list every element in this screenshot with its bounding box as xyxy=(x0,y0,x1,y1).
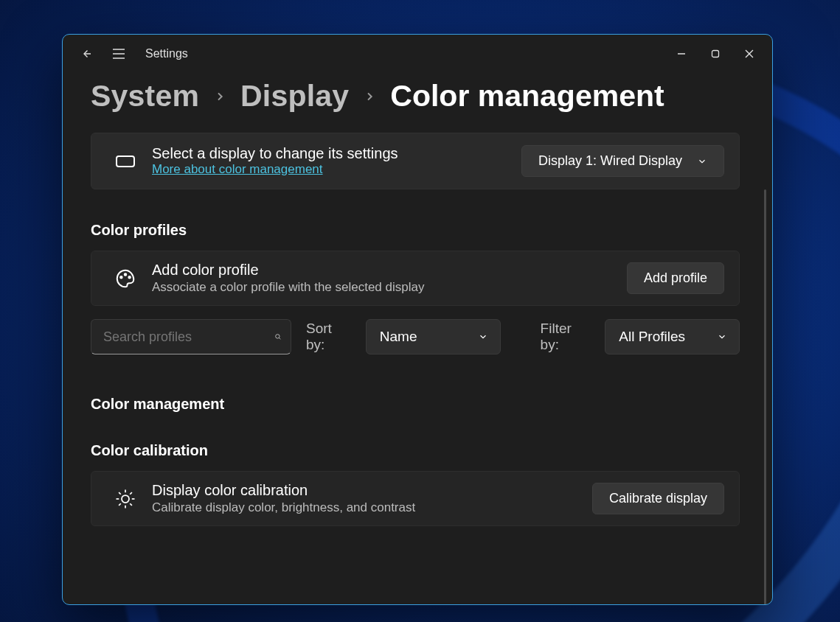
nav-menu-button[interactable] xyxy=(103,39,135,69)
palette-icon xyxy=(114,268,136,290)
arrow-left-icon xyxy=(80,47,93,60)
svg-line-12 xyxy=(279,338,280,339)
breadcrumb-current: Color management xyxy=(390,79,664,113)
svg-line-19 xyxy=(130,503,132,506)
chevron-down-icon xyxy=(478,332,488,342)
display-dropdown-value: Display 1: Wired Display xyxy=(538,153,682,169)
chevron-down-icon xyxy=(697,156,707,167)
chevron-right-icon xyxy=(364,89,375,104)
app-title: Settings xyxy=(145,47,188,60)
add-color-profile-card: Add color profile Associate a color prof… xyxy=(91,251,740,306)
calibration-title: Display color calibration xyxy=(152,482,592,499)
sort-by-value: Name xyxy=(380,329,417,345)
breadcrumb: System Display Color management xyxy=(91,79,740,113)
display-icon xyxy=(115,153,136,170)
hamburger-icon xyxy=(112,49,125,59)
display-selector-card: Select a display to change its settings … xyxy=(91,133,740,189)
back-button[interactable] xyxy=(70,39,103,69)
chevron-down-icon xyxy=(717,332,727,342)
svg-line-18 xyxy=(119,492,121,495)
calibrate-display-label: Calibrate display xyxy=(609,491,707,506)
display-card-title: Select a display to change its settings xyxy=(152,145,521,162)
color-calibration-heading: Color calibration xyxy=(91,442,740,459)
svg-point-9 xyxy=(125,273,127,276)
calibration-subtitle: Calibrate display color, brightness, and… xyxy=(152,500,592,515)
color-management-heading: Color management xyxy=(91,396,740,413)
content-area: System Display Color management Select a… xyxy=(63,73,772,604)
chevron-right-icon xyxy=(214,89,226,104)
titlebar: Settings xyxy=(63,35,772,73)
svg-rect-4 xyxy=(712,51,719,57)
breadcrumb-system[interactable]: System xyxy=(91,79,199,113)
sort-by-dropdown[interactable]: Name xyxy=(366,319,501,354)
add-profile-title: Add color profile xyxy=(152,262,627,279)
add-profile-button[interactable]: Add profile xyxy=(627,262,724,294)
sort-by-label: Sort by: xyxy=(306,321,351,353)
breadcrumb-display[interactable]: Display xyxy=(240,79,349,113)
svg-rect-7 xyxy=(117,156,134,167)
filter-by-value: All Profiles xyxy=(619,329,685,345)
add-profile-subtitle: Associate a color profile with the selec… xyxy=(152,280,627,295)
svg-point-13 xyxy=(122,495,129,503)
add-profile-button-label: Add profile xyxy=(644,270,707,286)
filter-by-dropdown[interactable]: All Profiles xyxy=(605,319,740,354)
filter-by-label: Filter by: xyxy=(541,321,591,353)
calibrate-display-button[interactable]: Calibrate display xyxy=(592,483,724,514)
svg-line-21 xyxy=(130,492,132,495)
maximize-button[interactable] xyxy=(698,39,732,69)
settings-window: Settings System Display Color management xyxy=(62,34,773,605)
svg-point-10 xyxy=(128,276,131,278)
svg-point-11 xyxy=(276,335,280,338)
maximize-icon xyxy=(711,49,720,58)
display-dropdown[interactable]: Display 1: Wired Display xyxy=(521,145,724,177)
vertical-scrollbar[interactable] xyxy=(764,189,766,604)
svg-point-8 xyxy=(120,276,122,278)
search-profiles-input[interactable] xyxy=(91,319,291,354)
minimize-button[interactable] xyxy=(664,39,698,69)
search-icon xyxy=(274,330,282,343)
svg-line-20 xyxy=(119,503,121,506)
display-calibration-card: Display color calibration Calibrate disp… xyxy=(91,471,740,526)
brightness-icon xyxy=(114,488,136,510)
close-icon xyxy=(745,49,754,58)
filters-row: Sort by: Name Filter by: All Profiles xyxy=(91,319,740,354)
minimize-icon xyxy=(677,49,686,58)
color-profiles-heading: Color profiles xyxy=(91,222,740,239)
search-profiles-field[interactable] xyxy=(103,329,274,345)
more-about-color-link[interactable]: More about color management xyxy=(152,162,323,176)
close-button[interactable] xyxy=(732,39,766,69)
